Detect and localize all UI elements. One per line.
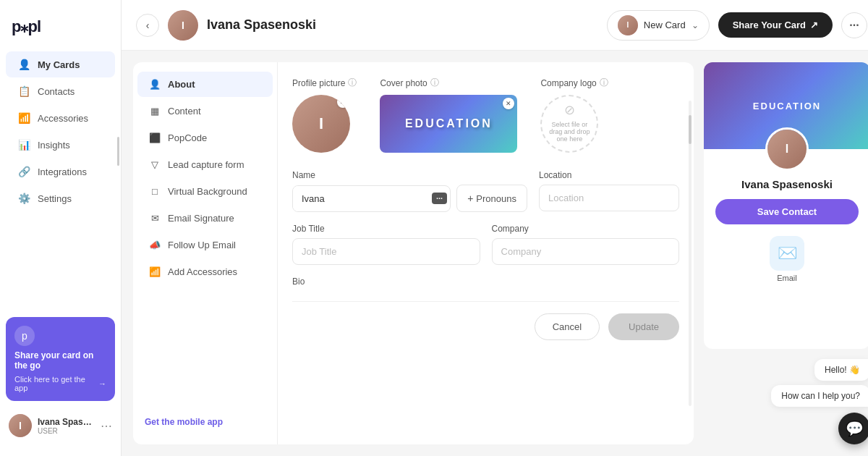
user-name: Ivana Spase... (38, 417, 95, 427)
sidebar-item-insights[interactable]: 📊 Insights (6, 132, 115, 158)
email-sig-icon: ✉ (149, 213, 161, 224)
app-logo: p⁎pl (0, 12, 121, 51)
avatar: I (9, 414, 32, 437)
pronouns-label: Pronouns (476, 193, 516, 204)
chat-bubbles: Hello! 👋 How can I help you? (704, 359, 868, 407)
cover-photo-label: Cover photo ⓘ (380, 77, 517, 89)
sidebar-item-settings[interactable]: ⚙️ Settings (6, 185, 115, 211)
cards-icon: 👤 (17, 59, 30, 70)
preview-user-name: Ivana Spasenoski (715, 178, 859, 190)
job-company-row: Job Title Company (292, 224, 679, 265)
card-selector[interactable]: I New Card ⌄ (607, 10, 710, 41)
sidebar-item-label: Contacts (38, 86, 75, 97)
editor-nav: 👤 About ▦ Content ⬛ PopCode ▽ Lead captu… (133, 62, 278, 444)
cover-photo-group: Cover photo ⓘ EDUCATION ✕ (380, 77, 517, 153)
profile-picture-group: Profile picture ⓘ I ✕ (292, 77, 357, 153)
editor-form: Profile picture ⓘ I ✕ Cover photo ⓘ (278, 62, 694, 444)
first-name-input[interactable] (293, 186, 432, 211)
company-input[interactable] (492, 238, 680, 265)
editor-nav-label: Content (168, 106, 201, 117)
card-preview-cover: EDUCATION I (704, 62, 868, 149)
save-contact-button[interactable]: Save Contact (715, 199, 859, 224)
promo-cta[interactable]: Click here to get the app → (14, 375, 106, 392)
editor-nav-about[interactable]: 👤 About (137, 72, 273, 97)
location-input[interactable] (539, 185, 679, 211)
info-icon: ⓘ (348, 77, 357, 89)
editor-nav-add-accessories[interactable]: 📶 Add Accessories (137, 259, 273, 284)
accessories-icon: 📶 (17, 112, 30, 124)
share-card-promo[interactable]: p Share your card on the go Click here t… (6, 317, 115, 401)
arrow-icon: → (98, 379, 106, 388)
company-logo-container[interactable]: ⊘ Select file or drag and drop one here (540, 95, 598, 153)
card-preview-body: Ivana Spasenoski Save Contact ✉️ Email (704, 149, 868, 294)
editor-scrollbar-thumb[interactable] (689, 115, 692, 144)
editor-scrollbar-track[interactable] (689, 101, 692, 406)
editor-panel: 👤 About ▦ Content ⬛ PopCode ▽ Lead captu… (133, 62, 694, 444)
editor-nav-popcode[interactable]: ⬛ PopCode (137, 125, 273, 151)
user-profile[interactable]: I Ivana Spase... USER ⋯ (3, 407, 118, 444)
chat-widget-button[interactable]: 💬 (838, 413, 868, 444)
insights-icon: 📊 (17, 139, 30, 151)
cancel-button[interactable]: Cancel (535, 313, 600, 340)
sidebar-item-label: Insights (38, 140, 70, 151)
cover-photo-container[interactable]: EDUCATION ✕ (380, 95, 517, 153)
company-group: Company (492, 224, 680, 265)
sidebar-item-label: Accessories (38, 113, 88, 124)
company-logo-placeholder: Select file or drag and drop one here (542, 118, 597, 145)
email-icon: ✉️ (770, 236, 804, 271)
share-your-card-button[interactable]: Share Your Card ↗ (718, 12, 833, 38)
sidebar-item-accessories[interactable]: 📶 Accessories (6, 105, 115, 131)
sidebar-item-integrations[interactable]: 🔗 Integrations (6, 159, 115, 185)
editor-nav-follow-up[interactable]: 📣 Follow Up Email (137, 232, 273, 258)
get-mobile-app-link[interactable]: Get the mobile app (133, 408, 277, 436)
job-title-group: Job Title (292, 224, 480, 265)
remove-profile-pic-button[interactable]: ✕ (337, 96, 349, 108)
user-more-button[interactable]: ⋯ (101, 419, 112, 433)
job-title-label: Job Title (292, 224, 480, 234)
promo-title: Share your card on the go (14, 350, 106, 371)
editor-nav-label: PopCode (168, 132, 207, 143)
name-more-button[interactable]: ··· (432, 193, 447, 204)
upload-icon: ⊘ (564, 102, 575, 118)
editor-nav-lead-capture[interactable]: ▽ Lead capture form (137, 152, 273, 177)
pronouns-button[interactable]: + Pronouns (456, 185, 527, 212)
back-button[interactable]: ‹ (136, 14, 159, 37)
more-options-button[interactable]: ··· (841, 12, 867, 38)
editor-nav-content[interactable]: ▦ Content (137, 98, 273, 124)
share-icon: ↗ (810, 20, 818, 30)
back-icon: ‹ (146, 20, 150, 31)
sidebar-scrollbar[interactable] (117, 137, 119, 166)
settings-icon: ⚙️ (17, 193, 30, 204)
editor-nav-virtual-bg[interactable]: □ Virtual Background (137, 179, 273, 204)
virtual-bg-icon: □ (149, 186, 161, 197)
company-label: Company (492, 224, 680, 234)
job-title-input[interactable] (292, 238, 480, 265)
promo-logo-icon: p (14, 326, 35, 346)
editor-nav-label: Lead capture form (168, 159, 244, 170)
contacts-icon: 📋 (17, 85, 30, 97)
lead-capture-icon: ▽ (149, 159, 161, 170)
name-field-container: ··· (292, 185, 451, 212)
email-label: Email (715, 274, 859, 282)
plus-icon: + (467, 193, 473, 204)
sidebar-bottom: p Share your card on the go Click here t… (0, 311, 121, 444)
info-icon: ⓘ (430, 77, 439, 89)
editor-nav-label: Add Accessories (168, 266, 237, 277)
topbar-avatar: I (168, 10, 198, 41)
card-preview: EDUCATION I Ivana Spasenoski Save Contac… (704, 62, 868, 349)
editor-nav-label: Email Signature (168, 213, 234, 224)
update-button[interactable]: Update (608, 313, 679, 340)
sidebar-item-label: Settings (38, 193, 72, 204)
profile-picture-container[interactable]: I ✕ (292, 95, 350, 153)
card-selector-avatar: I (618, 15, 638, 35)
chat-area: Hello! 👋 How can I help you? 💬 (704, 356, 868, 444)
photo-section: Profile picture ⓘ I ✕ Cover photo ⓘ (292, 77, 679, 153)
editor-nav-email-sig[interactable]: ✉ Email Signature (137, 206, 273, 231)
card-selector-label: New Card (644, 20, 686, 30)
topbar: ‹ I Ivana Spasenoski I New Card ⌄ Share … (122, 0, 868, 51)
popcode-icon: ⬛ (149, 132, 161, 143)
sidebar-item-my-cards[interactable]: 👤 My Cards (6, 51, 115, 77)
main-content: ‹ I Ivana Spasenoski I New Card ⌄ Share … (122, 0, 868, 456)
name-group: Name ··· + Pronouns (292, 170, 527, 212)
sidebar-item-contacts[interactable]: 📋 Contacts (6, 78, 115, 104)
